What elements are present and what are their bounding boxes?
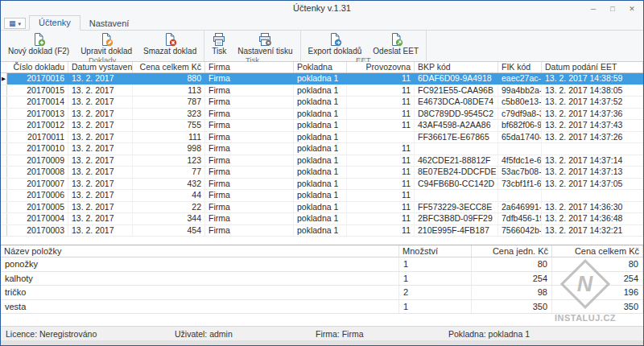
maximize-button[interactable]: □ xyxy=(603,1,622,16)
documents-cell: C94FB6B0-CC142D xyxy=(415,179,498,190)
documents-table-body: ▶2017001613. 2. 2017880Firmapokladna 111… xyxy=(1,73,643,237)
export-documents-button[interactable]: Export dokladů xyxy=(303,31,368,56)
documents-column-header[interactable]: FIK kód xyxy=(498,62,542,72)
documents-table-row[interactable]: 2017000413. 2. 2017344Firmapokladna 1112… xyxy=(1,213,643,225)
items-column-header[interactable]: Název položky xyxy=(1,245,399,257)
items-cell: vesta xyxy=(1,300,399,314)
documents-cell: Firma xyxy=(205,120,294,131)
documents-column-header[interactable]: Provozovna xyxy=(347,62,415,72)
send-eet-button[interactable]: Odeslat EET xyxy=(367,31,424,56)
documents-cell: 20170011 xyxy=(7,132,68,143)
documents-cell: 20170015 xyxy=(7,85,68,97)
documents-table-row[interactable]: 2017001313. 2. 2017323Firmapokladna 111D… xyxy=(1,109,643,121)
documents-column-header[interactable]: Cena celkem Kč xyxy=(133,62,205,72)
items-cell: 80 xyxy=(552,257,643,271)
new-document-button[interactable]: Nový doklad (F2) xyxy=(2,31,75,56)
documents-column-header[interactable]: Datum podání EET xyxy=(542,62,643,72)
items-column-header[interactable]: Množství xyxy=(399,245,472,257)
tab-uctenky[interactable]: Účtenky xyxy=(29,15,80,31)
documents-cell: 6DAF6D09-9A4918 xyxy=(415,73,498,84)
documents-cell: 13. 2. 2017 xyxy=(68,225,133,237)
documents-table-row[interactable]: ▶2017001613. 2. 2017880Firmapokladna 111… xyxy=(1,73,643,85)
items-table-header: Název položkyMnožstvíCena jedn. KčCena c… xyxy=(1,245,643,257)
tab-nastaveni[interactable]: Nastavení xyxy=(80,17,138,31)
documents-cell: 111 xyxy=(133,132,205,143)
documents-cell: pokladna 1 xyxy=(294,132,347,143)
documents-column-header[interactable]: Pokladna xyxy=(294,62,347,72)
documents-cell: 13. 2. 2017 xyxy=(68,190,133,201)
documents-cell: Firma xyxy=(205,213,294,224)
documents-cell: pokladna 1 xyxy=(294,73,347,84)
ribbon-group-tisk: Tisk Nastavení tisku Tisk xyxy=(204,31,300,61)
documents-cell: 13. 2. 2017 14:36:48 xyxy=(542,213,643,224)
items-cell: kalhoty xyxy=(1,272,399,286)
documents-table-row[interactable]: 2017001213. 2. 2017755Firmapokladna 1114… xyxy=(1,120,643,132)
documents-cell: 998 xyxy=(133,143,205,154)
documents-table-row[interactable]: 2017000713. 2. 2017432Firmapokladna 111C… xyxy=(1,179,643,191)
delete-document-button[interactable]: Smazat doklad xyxy=(138,31,202,56)
documents-cell: 11 xyxy=(347,167,415,178)
documents-table-row[interactable]: 2017001013. 2. 2017998Firmapokladna 111 xyxy=(1,143,643,155)
button-label: Export dokladů xyxy=(308,47,362,56)
documents-table-row[interactable]: 2017000513. 2. 201722Firmapokladna 111FF… xyxy=(1,202,643,214)
documents-table-row[interactable]: 2017000913. 2. 2017123Firmapokladna 1114… xyxy=(1,155,643,167)
documents-cell: 11 xyxy=(347,85,415,97)
documents-cell xyxy=(542,143,643,154)
row-pointer-icon xyxy=(1,202,7,213)
documents-cell: 20170003 xyxy=(7,225,68,237)
documents-cell: pokladna 1 xyxy=(294,179,347,190)
documents-column-header[interactable]: BKP kód xyxy=(415,62,498,72)
documents-cell: 13. 2. 2017 14:36:30 xyxy=(542,202,643,213)
documents-cell: 13. 2. 2017 xyxy=(68,132,133,143)
documents-cell: 20170006 xyxy=(7,190,68,201)
documents-cell: Firma xyxy=(205,179,294,190)
documents-cell: 13. 2. 2017 xyxy=(68,85,133,97)
items-column-header[interactable]: Cena jedn. Kč xyxy=(472,245,552,257)
items-column-header[interactable]: Cena celkem Kč xyxy=(552,245,643,257)
items-table-row[interactable]: tričko298196 xyxy=(1,286,643,300)
app-menu-button[interactable]: ▦ ▾ xyxy=(4,18,26,29)
documents-cell: 13. 2. 2017 14:37:14 xyxy=(542,155,643,167)
print-icon xyxy=(212,32,226,47)
documents-cell: 11 xyxy=(347,225,415,237)
items-cell: ponožky xyxy=(1,257,399,271)
documents-cell: c5b80e13-c297-48 xyxy=(498,97,542,108)
button-label: Upravit doklad xyxy=(80,47,132,56)
documents-cell: Firma xyxy=(205,109,294,120)
row-pointer-icon xyxy=(1,109,7,120)
documents-table-row[interactable]: 2017001113. 2. 2017111Firmapokladna 1FF3… xyxy=(1,132,643,144)
documents-cell: 13. 2. 2017 xyxy=(68,97,133,108)
edit-document-button[interactable]: Upravit doklad xyxy=(75,31,138,56)
print-settings-icon xyxy=(258,32,272,47)
row-pointer-icon xyxy=(1,143,7,154)
delete-document-icon xyxy=(163,32,177,47)
documents-cell: 11 xyxy=(347,179,415,190)
documents-table-row[interactable]: 2017000813. 2. 201777Firmapokladna 1118E… xyxy=(1,167,643,179)
items-table-row[interactable]: vesta1350350 xyxy=(1,300,643,315)
items-table-row[interactable]: ponožky18080 xyxy=(1,257,643,272)
items-cell: 254 xyxy=(472,272,552,286)
documents-table-row[interactable]: 2017000613. 2. 201744Firmapokladna 111 xyxy=(1,190,643,202)
documents-table-row[interactable]: 2017001413. 2. 2017787Firmapokladna 111E… xyxy=(1,97,643,109)
documents-cell xyxy=(542,190,643,201)
documents-cell: 13. 2. 2017 xyxy=(68,179,133,190)
documents-cell: 11 xyxy=(347,213,415,224)
minimize-button[interactable]: ─ xyxy=(584,1,603,16)
documents-cell: 20170010 xyxy=(7,143,68,154)
documents-cell: 77 xyxy=(133,167,205,178)
documents-table-row[interactable]: 2017001513. 2. 2017113Firmapokladna 111F… xyxy=(1,85,643,97)
close-button[interactable]: ✕ xyxy=(622,1,642,16)
documents-table-row[interactable]: 2017000313. 2. 2017454Firmapokladna 1112… xyxy=(1,225,643,237)
documents-cell: 2BFC3B8D-09FF29 xyxy=(415,213,498,224)
documents-cell: 13. 2. 2017 xyxy=(68,73,133,84)
documents-cell xyxy=(415,190,498,201)
row-pointer-icon xyxy=(1,225,7,237)
documents-cell: 880 xyxy=(133,73,205,84)
items-table-row[interactable]: kalhoty1254254 xyxy=(1,272,643,286)
documents-column-header[interactable]: Datum vystavení xyxy=(68,62,133,72)
print-settings-button[interactable]: Nastavení tisku xyxy=(232,31,298,56)
documents-column-header[interactable]: Číslo dokladu xyxy=(7,62,68,72)
documents-column-header[interactable]: Firma xyxy=(205,62,294,72)
print-button[interactable]: Tisk xyxy=(206,31,232,56)
ribbon-toolbar: Nový doklad (F2) Upravit doklad Smazat d… xyxy=(1,31,643,62)
